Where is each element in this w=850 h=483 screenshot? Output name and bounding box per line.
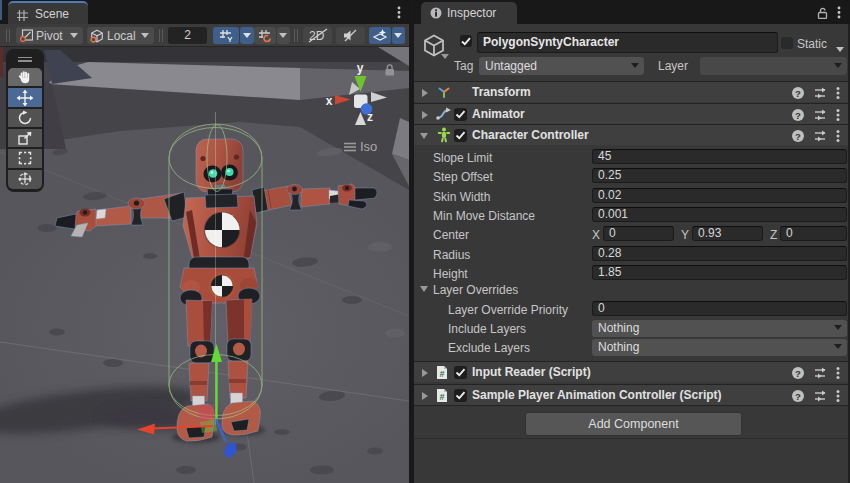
svg-text:z: z (367, 110, 373, 124)
svg-text:#: # (439, 369, 444, 379)
svg-text:?: ? (795, 131, 801, 142)
svg-text:Iso: Iso (360, 139, 377, 154)
svg-text:?: ? (795, 390, 801, 401)
svg-text:?: ? (795, 88, 801, 99)
svg-text:#: # (439, 391, 444, 401)
svg-text:x: x (326, 94, 333, 108)
svg-text:?: ? (795, 109, 801, 120)
svg-text:?: ? (795, 368, 801, 379)
svg-text:y: y (357, 61, 364, 75)
